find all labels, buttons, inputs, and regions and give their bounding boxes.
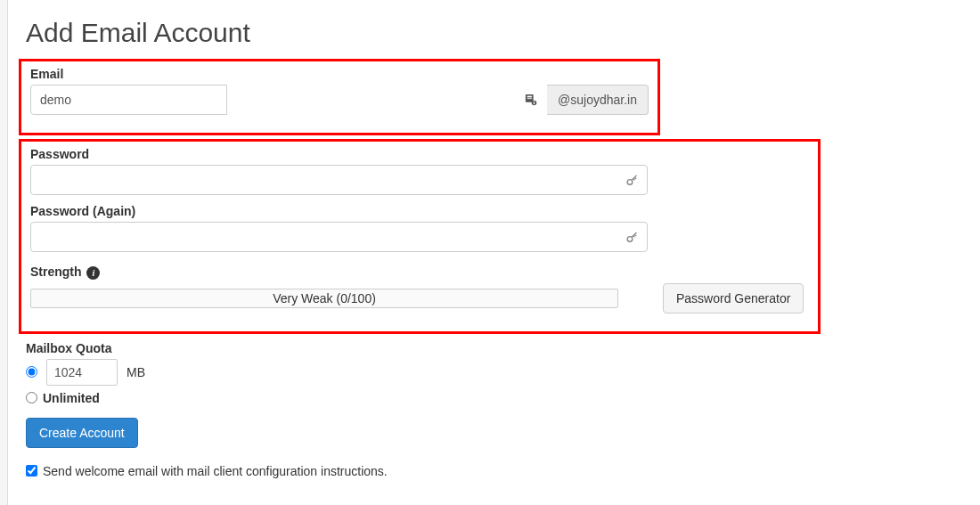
strength-label-text: Strength <box>30 265 82 279</box>
password-again-label: Password (Again) <box>30 204 135 218</box>
key-icon[interactable] <box>625 230 639 244</box>
strength-meter: Very Weak (0/100) <box>30 289 618 308</box>
strength-label: Strength i <box>30 265 100 280</box>
email-domain-addon: @sujoydhar.in <box>547 85 649 115</box>
password-generator-button[interactable]: Password Generator <box>663 283 804 314</box>
svg-rect-2 <box>527 98 532 99</box>
svg-rect-4 <box>534 102 535 103</box>
svg-point-6 <box>627 179 633 184</box>
svg-point-5 <box>534 103 535 105</box>
password-highlight-box: Password Password (Again) <box>19 139 821 334</box>
password-input[interactable] <box>30 165 648 195</box>
svg-point-7 <box>627 236 633 241</box>
contact-picker-icon[interactable] <box>524 93 538 107</box>
create-account-button[interactable]: Create Account <box>26 418 138 448</box>
welcome-email-checkbox[interactable] <box>26 465 37 476</box>
quota-unlimited-label: Unlimited <box>43 391 100 405</box>
page-title: Add Email Account <box>26 18 962 48</box>
quota-unit: MB <box>127 365 145 379</box>
email-label: Email <box>30 67 63 81</box>
quota-radio-fixed[interactable] <box>26 366 37 378</box>
email-highlight-box: Email @sujoydhar.i <box>19 59 660 135</box>
password-label: Password <box>30 147 89 161</box>
key-icon[interactable] <box>625 173 639 187</box>
info-icon[interactable]: i <box>86 266 100 280</box>
quota-input[interactable] <box>46 359 118 386</box>
welcome-email-label: Send welcome email with mail client conf… <box>43 464 388 478</box>
quota-label: Mailbox Quota <box>26 341 111 355</box>
password-again-input[interactable] <box>30 222 648 252</box>
email-input[interactable] <box>30 85 227 115</box>
quota-radio-unlimited[interactable] <box>26 392 37 403</box>
svg-rect-1 <box>527 96 532 98</box>
